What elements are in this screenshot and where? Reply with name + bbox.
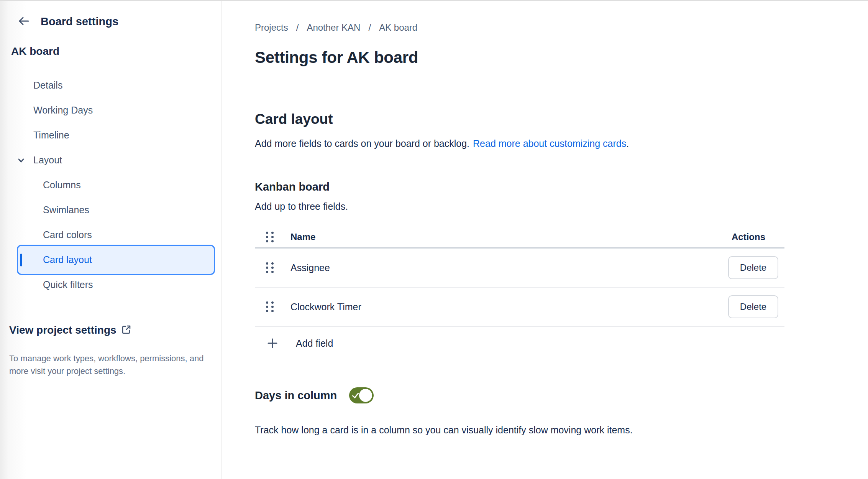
nav-item-card-layout[interactable]: Card layout (0, 247, 222, 272)
nav-item-details[interactable]: Details (0, 73, 222, 98)
breadcrumb: Projects / Another KAN / AK board (255, 22, 417, 33)
card-fields-table: Name Actions Assignee Delete Clockwork T… (255, 226, 784, 355)
days-in-column-description: Track how long a card is in a column so … (255, 425, 633, 436)
external-link-icon (121, 324, 131, 336)
sidebar-header: Board settings (17, 15, 118, 28)
days-in-column-heading: Days in column (255, 389, 337, 402)
settings-nav: Details Working Days Timeline Layout Col… (0, 73, 222, 297)
nav-item-card-colors[interactable]: Card colors (0, 222, 222, 247)
selected-item-indicator (20, 253, 22, 266)
table-row-assignee: Assignee Delete (255, 249, 784, 288)
kanban-board-heading: Kanban board (255, 181, 330, 193)
card-layout-heading: Card layout (255, 111, 333, 127)
nav-item-timeline[interactable]: Timeline (0, 123, 222, 148)
read-more-link[interactable]: Read more about customizing cards (473, 138, 626, 149)
column-header-name: Name (290, 232, 315, 242)
breadcrumb-another-kan[interactable]: Another KAN (307, 22, 360, 33)
settings-sidebar: Board settings AK board Details Working … (0, 1, 222, 479)
field-name: Assignee (290, 262, 330, 273)
main-content: Projects / Another KAN / AK board Settin… (223, 1, 868, 479)
nav-item-layout[interactable]: Layout (0, 148, 222, 173)
delete-field-button[interactable]: Delete (728, 295, 778, 318)
delete-field-button[interactable]: Delete (728, 256, 778, 279)
board-name: AK board (11, 45, 59, 58)
sidebar-title: Board settings (41, 15, 118, 28)
days-in-column-toggle[interactable] (349, 387, 374, 403)
drag-handle-icon[interactable] (266, 262, 274, 273)
board-settings-page: Board settings AK board Details Working … (0, 0, 868, 479)
breadcrumb-projects[interactable]: Projects (255, 22, 288, 33)
table-row-clockwork-timer: Clockwork Timer Delete (255, 288, 784, 327)
card-layout-description: Add more fields to cards on your board o… (255, 138, 629, 149)
days-in-column-row: Days in column (255, 387, 374, 403)
back-button[interactable] (17, 15, 31, 28)
nav-item-swimlanes[interactable]: Swimlanes (0, 198, 222, 222)
arrow-left-icon (17, 15, 30, 29)
checkmark-icon (352, 392, 359, 400)
drag-handle-icon[interactable] (266, 301, 274, 312)
drag-handle-icon (266, 232, 274, 242)
column-header-actions: Actions (732, 232, 765, 242)
breadcrumb-ak-board[interactable]: AK board (379, 22, 417, 33)
nav-item-quick-filters[interactable]: Quick filters (0, 272, 222, 297)
chevron-down-icon (16, 155, 26, 165)
project-settings-description: To manage work types, workflows, permiss… (9, 352, 208, 377)
page-title: Settings for AK board (255, 48, 418, 67)
table-header-row: Name Actions (255, 226, 784, 249)
nav-item-working-days[interactable]: Working Days (0, 98, 222, 123)
kanban-board-hint: Add up to three fields. (255, 201, 348, 212)
field-name: Clockwork Timer (290, 301, 361, 313)
view-project-settings-link[interactable]: View project settings (9, 324, 131, 336)
breadcrumb-separator: / (296, 22, 299, 33)
add-field-button[interactable]: Add field (255, 331, 333, 355)
nav-item-columns[interactable]: Columns (0, 173, 222, 198)
plus-icon (267, 337, 278, 349)
breadcrumb-separator: / (368, 22, 371, 33)
toggle-knob (359, 389, 372, 402)
